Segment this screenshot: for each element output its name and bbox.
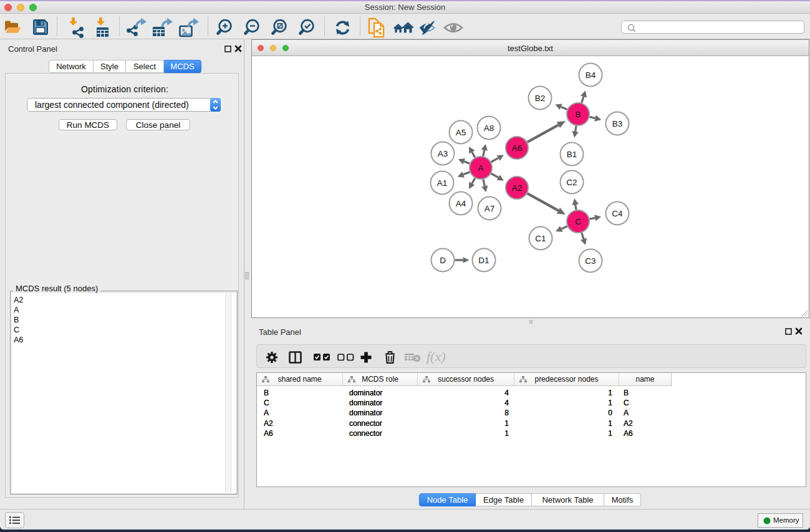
svg-text:C4: C4	[612, 209, 623, 218]
svg-text:C1: C1	[535, 234, 546, 243]
svg-text:A4: A4	[456, 199, 466, 208]
svg-text:B3: B3	[612, 119, 623, 128]
svg-text:A2: A2	[512, 183, 523, 193]
svg-text:A1: A1	[437, 178, 448, 188]
svg-text:C2: C2	[566, 178, 577, 187]
svg-text:A3: A3	[438, 149, 448, 158]
svg-text:A7: A7	[485, 204, 495, 213]
svg-text:C: C	[575, 217, 581, 226]
svg-text:B: B	[575, 110, 581, 119]
svg-text:A: A	[478, 163, 483, 173]
svg-text:D: D	[440, 256, 446, 265]
svg-text:A5: A5	[456, 128, 466, 137]
svg-text:D1: D1	[478, 256, 489, 265]
svg-text:C3: C3	[585, 256, 595, 266]
svg-text:B2: B2	[535, 94, 546, 103]
svg-text:B4: B4	[586, 70, 596, 80]
svg-text:B1: B1	[567, 150, 577, 159]
svg-text:A6: A6	[512, 143, 523, 153]
svg-text:A8: A8	[484, 123, 494, 133]
